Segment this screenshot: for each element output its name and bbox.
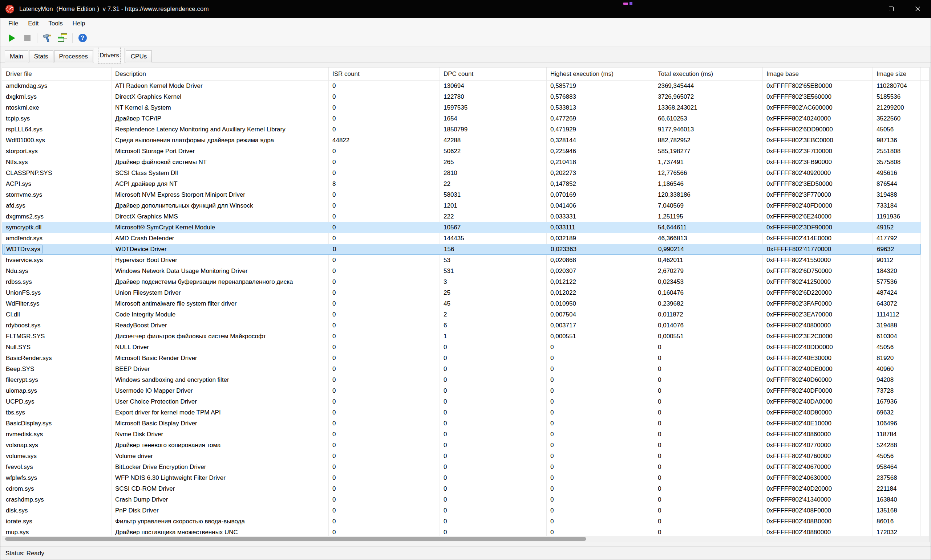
table-row[interactable]: nvmedisk.sysNvme Disk Driver00000xFFFFF8… [2,429,921,440]
table-row[interactable]: volume.sysVolume driver00000xFFFFF802'40… [2,451,921,462]
table-cell: SCSI Class System Dll [111,169,329,177]
table-row[interactable]: amdfendr.sysAMD Crash Defender01444350,0… [2,233,921,244]
column-header-total-execution[interactable]: Total execution (ms) [654,68,763,80]
table-cell: 130694 [440,82,547,90]
column-header-driver-file[interactable]: Driver file [2,68,111,80]
table-cell: WDTDrv.sys [3,245,112,254]
table-cell: 0 [440,355,547,362]
table-cell: Драйвер TCP/IP [111,115,329,122]
menu-edit[interactable]: Edit [24,18,43,29]
table-row[interactable]: Ntfs.sysДрайвер файловой системы NT02650… [2,157,921,168]
table-cell: 0,023363 [547,246,655,253]
tab-processes[interactable]: Processes [54,51,93,62]
table-row[interactable]: rspLLL64.sysResplendence Latency Monitor… [2,124,921,135]
table-row[interactable]: tcpip.sysДрайвер TCP/IP016540,47726966,6… [2,113,921,124]
table-cell: 73728 [873,387,921,394]
table-row[interactable]: cdrom.sysSCSI CD-ROM Driver00000xFFFFF80… [2,483,921,494]
table-cell: 0 [547,431,654,438]
table-cell: 0xFFFFF802'3E2C0000 [763,333,873,340]
minimize-button[interactable] [851,0,878,18]
options-button[interactable] [40,31,54,45]
column-header-highest-execution[interactable]: Highest execution (ms) [547,68,654,80]
table-row[interactable]: stornvme.sysMicrosoft NVM Express Storpo… [2,189,921,200]
table-row[interactable]: uiomap.sysUsermode IO Mapper Driver00000… [2,385,921,396]
stop-monitor-button[interactable] [20,31,34,45]
table-row[interactable]: iorate.sysФильтр управления скоростью вв… [2,516,921,527]
table-cell: Ndu.sys [2,268,111,275]
table-row[interactable]: rdbss.sysДрайвер подсистемы буферизации … [2,277,921,288]
table-row[interactable]: volsnap.sysДрайвер теневого копирования … [2,440,921,451]
table-cell: 0xFFFFF802'3E560000 [763,93,873,100]
table-row[interactable]: ACPI.sysACPI драйвер для NT8220,1478521,… [2,178,921,189]
table-row[interactable]: BasicRender.sysMicrosoft Basic Render Dr… [2,353,921,364]
table-row[interactable]: wfplwfs.sysWFP NDIS 6.30 Lightweight Fil… [2,472,921,483]
table-row[interactable]: CLASSPNP.SYSSCSI Class System Dll028100,… [2,168,921,178]
tab-cpus[interactable]: CPUs [126,51,152,62]
table-row[interactable]: dxgkrnl.sysDirectX Graphics Kernel012278… [2,91,921,102]
table-cell: 0,012122 [547,278,654,286]
table-row[interactable]: mup.sysДрайвер поставщика множественных … [2,527,921,536]
table-row[interactable]: rdyboost.sysReadyBoost Driver060,0037170… [2,320,921,331]
horizontal-scrollbar[interactable] [2,536,929,542]
table-cell: 1850799 [440,126,547,133]
table-row[interactable]: tbs.sysExport driver for kernel mode TPM… [2,407,921,418]
table-cell: 0xFFFFF802'3F770000 [763,191,873,198]
maximize-button[interactable] [878,0,905,18]
table-row[interactable]: CI.dllCode Integrity Module020,0075040,0… [2,309,921,320]
table-row[interactable]: WDTDrv.sysWDTDevice Driver01560,0233630,… [2,244,921,255]
table-row[interactable]: storport.sysMicrosoft Storage Port Drive… [2,146,921,157]
table-row[interactable]: crashdmp.sysCrash Dump Driver00000xFFFFF… [2,494,921,505]
table-row[interactable]: fvevol.sysBitLocker Drive Encryption Dri… [2,462,921,472]
table-row[interactable]: disk.sysPnP Disk Driver00000xFFFFF802'40… [2,505,921,516]
copy-report-button[interactable] [55,31,70,45]
table-row[interactable]: Ndu.sysWindows Network Data Usage Monito… [2,266,921,277]
column-header-description[interactable]: Description [111,68,329,80]
menu-file[interactable]: File [5,18,22,29]
column-header-isr-count[interactable]: ISR count [329,68,440,80]
close-button[interactable] [905,0,931,18]
drivers-table: Driver file Description ISR count DPC co… [2,67,929,542]
table-cell: Crash Dump Driver [111,496,329,503]
table-row[interactable]: filecrypt.sysWindows sandboxing and encr… [2,375,921,385]
menu-help[interactable]: Help [69,18,90,29]
table-cell: 122780 [440,93,547,100]
tab-strip: Main Stats Processes Drivers CPUs [0,46,931,62]
table-cell: 0 [654,431,763,438]
table-row[interactable]: Null.SYSNULL Driver00000xFFFFF802'40DD00… [2,342,921,353]
table-row[interactable]: ntoskrnl.exeNT Kernel & System015975350,… [2,102,921,113]
column-header-dpc-count[interactable]: DPC count [440,68,547,80]
table-row[interactable]: symcryptk.dllMicrosoft® SymCrypt Kernel … [2,222,921,233]
table-cell: User Choice Protection Driver [111,398,329,405]
table-row[interactable]: hvservice.sysHypervisor Boot Driver0530,… [2,255,921,266]
table-row[interactable]: FLTMGR.SYSДиспетчер фильтров файловых си… [2,331,921,342]
toolbar-separator [37,33,37,43]
table-cell: 0,585719 [547,82,654,90]
table-row[interactable]: amdkmdag.sysATI Radeon Kernel Mode Drive… [2,81,921,91]
menu-tools[interactable]: Tools [44,18,67,29]
table-cell: UCPD.sys [2,398,111,405]
start-monitor-button[interactable] [5,31,19,45]
table-row[interactable]: afd.sysДрайвер дополнительных функций дл… [2,200,921,211]
table-row[interactable]: UCPD.sysUser Choice Protection Driver000… [2,396,921,407]
tab-stats[interactable]: Stats [29,51,53,62]
table-row[interactable]: UnionFS.sysUnion Filesystem Driver0250,0… [2,288,921,298]
scrollbar-thumb[interactable] [5,537,586,541]
column-header-image-base[interactable]: Image base [763,68,873,80]
table-row[interactable]: Beep.SYSBEEP Driver00000xFFFFF802'40DE00… [2,364,921,375]
tab-drivers[interactable]: Drivers [94,48,125,63]
table-cell: Среда выполнения платформы драйвера режи… [111,137,329,144]
table-row[interactable]: Wdf01000.sysСреда выполнения платформы д… [2,135,921,146]
table-cell: 0 [440,344,547,351]
table-row[interactable]: dxgmms2.sysDirectX Graphics MMS02220,033… [2,211,921,222]
table-row[interactable]: WdFilter.sysMicrosoft antimalware file s… [2,298,921,309]
table-cell: 0 [654,529,763,536]
column-header-image-size[interactable]: Image size [873,68,921,80]
table-cell: 0 [440,420,547,427]
table-cell: 0 [654,420,763,427]
table-cell: 3522560 [873,115,921,122]
tab-main[interactable]: Main [5,51,28,62]
help-button[interactable]: ? [75,31,90,45]
table-cell: 120,338186 [654,191,763,198]
table-row[interactable]: BasicDisplay.sysMicrosoft Basic Display … [2,418,921,429]
table-cell: BasicRender.sys [2,355,111,362]
